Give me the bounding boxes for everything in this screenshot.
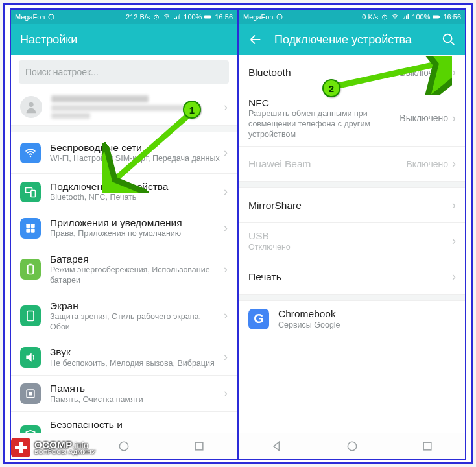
carrier-ring-icon bbox=[276, 13, 283, 21]
svg-point-22 bbox=[395, 18, 396, 19]
row-title: Память bbox=[50, 382, 221, 394]
chevron-right-icon: › bbox=[224, 350, 228, 364]
svg-rect-19 bbox=[195, 442, 203, 450]
carrier-label: MegaFon bbox=[15, 13, 45, 21]
settings-row-wireless[interactable]: Беспроводные сети Wi-Fi, Настройки SIM-к… bbox=[11, 132, 237, 174]
display-icon bbox=[20, 305, 41, 326]
svg-point-0 bbox=[49, 14, 54, 19]
annotation-badge-2: 2 bbox=[322, 79, 340, 97]
account-row[interactable]: › bbox=[11, 89, 237, 126]
row-value: Выключено bbox=[399, 67, 448, 78]
svg-point-25 bbox=[444, 34, 452, 43]
settings-row-battery[interactable]: Батарея Режим энергосбережения, Использо… bbox=[11, 246, 237, 293]
search-placeholder: Поиск настроек... bbox=[25, 67, 99, 77]
nav-back-icon[interactable] bbox=[270, 440, 283, 453]
svg-point-2 bbox=[167, 18, 168, 19]
row-value: Включено bbox=[406, 159, 448, 169]
chevron-right-icon: › bbox=[224, 185, 228, 198]
data-speed: 0 K/s bbox=[362, 13, 378, 21]
battery-icon bbox=[433, 13, 440, 21]
nav-home-icon[interactable] bbox=[346, 440, 359, 453]
row-subtitle: Разрешить обмен данными при совмещении т… bbox=[248, 109, 399, 139]
svg-rect-3 bbox=[204, 16, 211, 19]
account-sub-blurred-2 bbox=[51, 113, 90, 119]
row-title: MirrorShare bbox=[248, 199, 449, 211]
battery-icon bbox=[20, 259, 41, 280]
row-subtitle: Отключено bbox=[248, 243, 449, 253]
svg-rect-9 bbox=[26, 224, 30, 228]
back-arrow-icon[interactable] bbox=[248, 32, 263, 47]
row-nfc[interactable]: NFC Разрешить обмен данными при совмещен… bbox=[239, 90, 465, 147]
svg-rect-10 bbox=[31, 224, 35, 228]
left-phone: MegaFon 212 B/s 100% 16:56 Настройки Пои… bbox=[10, 8, 238, 460]
row-title: Экран bbox=[50, 300, 221, 312]
row-subtitle: Режим энергосбережения, Использование ба… bbox=[50, 265, 221, 285]
carrier-label: MegaFon bbox=[243, 13, 273, 21]
row-subtitle: Сервисы Google bbox=[278, 320, 456, 331]
row-subtitle: Bluetooth, NFC, Печать bbox=[50, 193, 221, 203]
row-title: Huawei Beam bbox=[248, 158, 406, 170]
page-title: Настройки bbox=[20, 33, 228, 47]
row-print[interactable]: Печать › bbox=[239, 259, 465, 294]
svg-rect-17 bbox=[29, 392, 32, 395]
svg-rect-13 bbox=[28, 265, 33, 274]
settings-row-memory[interactable]: Память Память, Очистка памяти › bbox=[11, 376, 237, 412]
row-usb: USB Отключено › bbox=[239, 223, 465, 259]
chromebook-icon: G bbox=[248, 309, 269, 329]
chevron-right-icon: › bbox=[224, 101, 228, 114]
settings-list: › Беспроводные сети Wi-Fi, Настройки SIM… bbox=[11, 89, 237, 460]
row-bluetooth[interactable]: Bluetooth Выключено › bbox=[239, 55, 465, 90]
svg-rect-14 bbox=[29, 264, 31, 266]
settings-row-sound[interactable]: Звук Не беспокоить, Мелодия вызова, Вибр… bbox=[11, 339, 237, 376]
search-input[interactable]: Поиск настроек... bbox=[19, 60, 229, 84]
chevron-right-icon: › bbox=[224, 263, 228, 276]
appbar-left: Настройки bbox=[11, 24, 237, 55]
sound-icon bbox=[20, 347, 41, 368]
row-chromebook[interactable]: G Chromebook Сервисы Google bbox=[239, 301, 465, 337]
wifi-icon bbox=[163, 13, 171, 21]
chevron-right-icon: › bbox=[452, 112, 456, 125]
svg-rect-15 bbox=[27, 311, 34, 320]
apps-icon bbox=[20, 218, 41, 239]
row-subtitle: Не беспокоить, Мелодия вызова, Вибрация bbox=[50, 359, 221, 369]
svg-point-26 bbox=[348, 442, 356, 450]
row-title: Chromebook bbox=[278, 307, 456, 320]
clock: 16:56 bbox=[215, 13, 233, 21]
data-speed: 212 B/s bbox=[126, 13, 150, 21]
navbar-right bbox=[239, 433, 465, 459]
row-title: Печать bbox=[248, 270, 449, 283]
divider bbox=[239, 182, 465, 188]
svg-rect-24 bbox=[439, 16, 440, 18]
nav-home-icon[interactable] bbox=[117, 440, 130, 453]
settings-row-apps[interactable]: Приложения и уведомления Права, Приложен… bbox=[11, 210, 237, 246]
svg-point-20 bbox=[277, 14, 282, 19]
nav-recent-icon[interactable] bbox=[193, 440, 206, 453]
row-title: Приложения и уведомления bbox=[50, 217, 221, 229]
row-subtitle: Память, Очистка памяти bbox=[50, 395, 221, 405]
alarm-icon bbox=[381, 13, 388, 21]
svg-rect-23 bbox=[433, 16, 439, 19]
row-subtitle: Защита зрения, Стиль рабочего экрана, Об… bbox=[50, 312, 221, 332]
chevron-right-icon: › bbox=[224, 387, 228, 400]
watermark: OCOMP.info ВОПРОСЫ АДМИНУ bbox=[11, 438, 96, 457]
divider bbox=[239, 294, 465, 301]
battery-pct: 100% bbox=[184, 13, 202, 21]
page-title: Подключение устройства bbox=[274, 33, 430, 47]
search-icon[interactable] bbox=[442, 32, 456, 47]
row-value: Выключено bbox=[399, 113, 448, 123]
row-mirrorshare[interactable]: MirrorShare › bbox=[239, 188, 465, 223]
row-title: Батарея bbox=[50, 253, 221, 265]
settings-row-display[interactable]: Экран Защита зрения, Стиль рабочего экра… bbox=[11, 293, 237, 340]
account-email-blurred bbox=[51, 95, 149, 102]
row-title: USB bbox=[248, 230, 449, 242]
watermark-subtitle: ВОПРОСЫ АДМИНУ bbox=[34, 449, 96, 455]
annotation-badge-1: 1 bbox=[183, 101, 201, 119]
alarm-icon bbox=[152, 13, 160, 21]
signal-icon bbox=[401, 13, 409, 21]
chevron-right-icon: › bbox=[452, 198, 456, 212]
chevron-right-icon: › bbox=[452, 234, 456, 248]
signal-icon bbox=[173, 13, 181, 21]
settings-row-device-connection[interactable]: Подключение устройства Bluetooth, NFC, П… bbox=[11, 174, 237, 210]
wifi-icon bbox=[391, 13, 399, 21]
nav-recent-icon[interactable] bbox=[421, 440, 434, 453]
